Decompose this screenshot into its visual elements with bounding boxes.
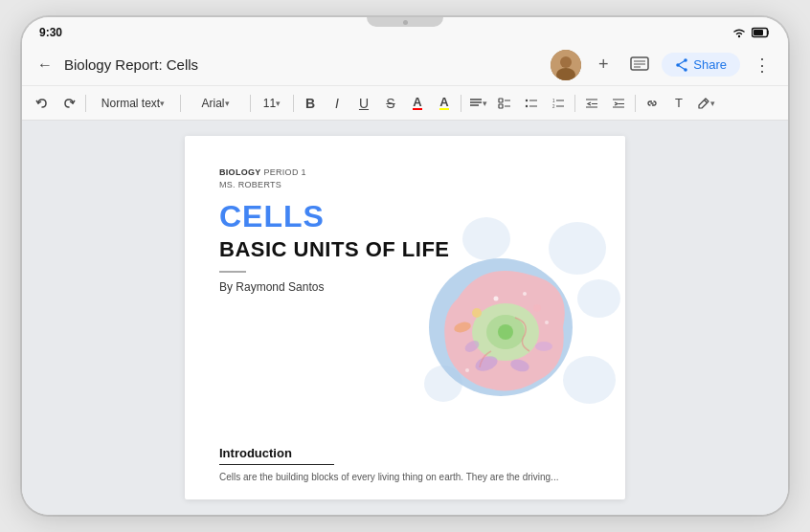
svg-line-37 <box>704 100 707 102</box>
bullet-list-button[interactable] <box>519 91 544 116</box>
add-collaborator-button[interactable]: + <box>589 51 618 79</box>
format-button[interactable]: T <box>666 91 691 116</box>
document-title: Biology Report: Cells <box>64 56 543 73</box>
share-icon <box>675 58 688 72</box>
font-chevron: ▾ <box>225 99 230 108</box>
underline-button[interactable]: U <box>351 91 376 116</box>
intro-heading: Introduction <box>219 446 558 460</box>
checklist-icon <box>498 98 511 109</box>
svg-point-43 <box>533 304 541 312</box>
avatar-image <box>551 50 581 80</box>
paint-chevron: ▾ <box>710 99 715 108</box>
document-area: BIOLOGY PERIOD 1 MS. ROBERTS CELLS BASIC… <box>22 121 788 515</box>
undo-button[interactable] <box>30 91 55 116</box>
font-dropdown[interactable]: Arial ▾ <box>185 91 246 116</box>
fontsize-chevron: ▾ <box>276 99 281 108</box>
comment-button[interactable] <box>625 51 654 79</box>
share-label: Share <box>693 57 727 72</box>
share-button[interactable]: Share <box>662 53 740 77</box>
svg-point-42 <box>472 308 482 318</box>
highlight-button[interactable]: A <box>432 91 457 116</box>
svg-point-51 <box>545 321 549 324</box>
style-label: Normal text <box>101 97 160 110</box>
cell-illustration <box>386 212 625 423</box>
plus-icon: + <box>598 55 609 75</box>
meta-biology: BIOLOGY <box>219 167 261 177</box>
toolbar-sep-1 <box>85 95 86 112</box>
svg-text:1: 1 <box>552 98 555 102</box>
link-icon <box>645 98 659 109</box>
strikethrough-button[interactable]: S <box>378 91 403 116</box>
toolbar-sep-4 <box>293 95 294 112</box>
cell-svg <box>405 222 596 413</box>
toolbar-sep-7 <box>635 95 636 112</box>
notch-dot <box>403 20 408 25</box>
svg-point-47 <box>535 342 552 351</box>
battery-icon <box>752 27 771 38</box>
meta-line-1: BIOLOGY PERIOD 1 <box>219 166 591 179</box>
decrease-indent-button[interactable] <box>579 91 604 116</box>
more-options-button[interactable]: ⋮ <box>748 51 776 79</box>
highlight-icon: A <box>439 96 448 110</box>
italic-icon: I <box>335 96 339 111</box>
italic-button[interactable]: I <box>325 91 349 116</box>
style-dropdown[interactable]: Normal text ▾ <box>90 91 176 116</box>
svg-point-41 <box>498 324 513 340</box>
increase-indent-button[interactable] <box>606 91 631 116</box>
svg-rect-18 <box>499 99 503 102</box>
paint-icon <box>697 97 710 110</box>
bullet-list-icon <box>525 98 538 109</box>
meta-period: PERIOD 1 <box>261 167 306 177</box>
fontsize-label: 11 <box>263 97 276 110</box>
svg-rect-2 <box>754 30 763 35</box>
align-chevron: ▾ <box>483 99 487 108</box>
status-time: 9:30 <box>39 26 62 39</box>
underline-icon: U <box>359 96 369 111</box>
paint-button[interactable]: ▾ <box>693 91 718 116</box>
svg-point-50 <box>523 292 527 296</box>
link-button[interactable] <box>640 91 664 116</box>
bold-button[interactable]: B <box>298 91 323 116</box>
increase-indent-icon <box>612 98 625 109</box>
numbered-list-button[interactable]: 1 2 <box>546 91 571 116</box>
svg-point-0 <box>738 35 740 37</box>
redo-icon <box>62 97 76 110</box>
toolbar-sep-2 <box>180 95 181 112</box>
back-button[interactable]: ← <box>34 53 56 78</box>
svg-rect-20 <box>499 104 503 108</box>
document-intro: Introduction Cells are the building bloc… <box>219 446 558 485</box>
notch <box>367 17 443 27</box>
align-button[interactable]: ▾ <box>465 91 490 116</box>
checklist-button[interactable] <box>492 91 517 116</box>
svg-point-52 <box>465 368 469 372</box>
font-color-button[interactable]: A <box>405 91 430 116</box>
toolbar-sep-6 <box>574 95 575 112</box>
svg-point-49 <box>494 297 499 301</box>
comment-icon <box>630 56 649 74</box>
svg-text:2: 2 <box>552 103 555 108</box>
undo-icon <box>35 97 49 110</box>
toolbar-sep-5 <box>461 95 461 112</box>
svg-point-4 <box>560 56 572 68</box>
back-arrow-icon: ← <box>37 56 53 74</box>
font-color-icon: A <box>413 96 421 110</box>
svg-line-13 <box>678 60 686 65</box>
svg-line-14 <box>678 65 686 70</box>
intro-text: Cells are the building blocks of every l… <box>219 471 558 484</box>
align-icon <box>469 98 483 109</box>
more-icon: ⋮ <box>754 55 772 76</box>
redo-button[interactable] <box>56 91 81 116</box>
app-bar-actions: + Share <box>551 50 776 80</box>
app-bar: ← Biology Report: Cells + <box>22 44 788 86</box>
wifi-icon <box>731 27 747 38</box>
toolbar-sep-3 <box>250 95 251 112</box>
document-meta: BIOLOGY PERIOD 1 MS. ROBERTS <box>219 166 591 190</box>
fontsize-dropdown[interactable]: 11 ▾ <box>255 91 289 116</box>
document-divider <box>219 271 246 273</box>
format-icon: T <box>675 96 683 110</box>
avatar[interactable] <box>551 50 581 80</box>
svg-point-24 <box>526 104 528 106</box>
tablet-frame: 9:30 ← Biology Report: Cells <box>22 17 788 515</box>
decrease-indent-icon <box>585 98 598 109</box>
status-icons <box>731 27 771 38</box>
